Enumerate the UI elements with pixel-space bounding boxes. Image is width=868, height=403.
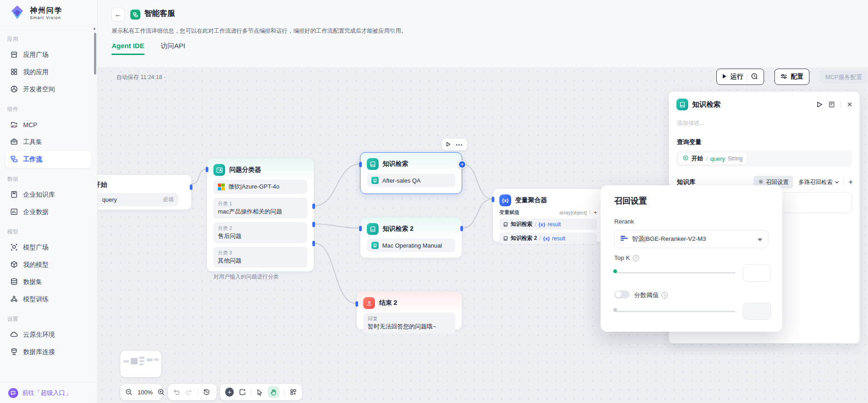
port-classifier-out-3[interactable] — [312, 241, 315, 246]
node-run-icon[interactable] — [446, 140, 451, 149]
panel-run-icon[interactable] — [816, 101, 823, 108]
port-retrieval-2-in[interactable] — [359, 226, 362, 231]
add-knowledge-base-button[interactable]: + — [848, 178, 853, 187]
back-button[interactable]: ← — [111, 8, 125, 21]
sidebar-item-label: 企业知识库 — [23, 191, 55, 199]
history-icon[interactable] — [203, 388, 210, 396]
model-plaza-icon — [10, 243, 18, 253]
node-aggregator-title: 变量聚合器 — [515, 196, 547, 204]
add-node-icon[interactable]: + — [225, 388, 234, 397]
sidebar-footer-super-entry[interactable]: 前往「超级入口」 — [0, 382, 97, 403]
node-classifier[interactable]: 问题分类器 微软|Azure-GPT-4o 分类 1 mac产品操作相关的问题 … — [207, 158, 314, 272]
sidebar-item-cloud-native[interactable]: 云原生环境 — [5, 326, 92, 343]
sidebar-item-model-training[interactable]: 模型训练 — [5, 291, 92, 308]
sidebar-footer-label: 前往「超级入口」 — [22, 389, 71, 397]
port-aggregator-in[interactable] — [492, 197, 494, 202]
topk-slider-track[interactable] — [614, 272, 735, 274]
help-icon[interactable]: ? — [661, 292, 668, 299]
logo-title: 神州问学 — [30, 6, 63, 15]
sidebar-scroll-up-icon[interactable]: ▲ — [93, 26, 96, 30]
sidebar-item-app-plaza[interactable]: 应用广场 — [5, 46, 92, 64]
help-icon[interactable]: ? — [633, 255, 639, 261]
panel-close-icon[interactable]: × — [847, 101, 852, 108]
rerank-label: Rerank — [614, 218, 634, 225]
zoom-out-icon[interactable] — [125, 388, 133, 396]
node-retrieval-2[interactable]: 知识检索 2 Mac Operating Manual — [360, 217, 462, 258]
tab-agent-ide[interactable]: Agent IDE — [112, 42, 144, 55]
pan-hand-icon[interactable] — [268, 386, 279, 398]
section-label-apps: 应用 — [7, 35, 90, 43]
super-entry-icon — [8, 388, 18, 398]
sidebar-item-my-models[interactable]: 我的模型 — [5, 256, 92, 274]
config-button[interactable]: 配置 — [774, 69, 809, 85]
caret-down-icon — [758, 236, 762, 243]
sidebar-scrollbar[interactable] — [94, 33, 96, 75]
sidebar-item-model-plaza[interactable]: 模型广场 — [5, 239, 92, 256]
cursor-icon[interactable] — [256, 389, 263, 396]
sidebar-item-workflow[interactable]: 工作流 — [5, 151, 92, 168]
recall-settings-popup: 召回设置 Rerank 智源|BGE-Reranker-V2-M3 Top K?… — [601, 185, 782, 332]
node-aggregator[interactable]: {x} 变量聚合器 变量赋值 array[object] + 知识检索/ {x}… — [493, 189, 604, 242]
sidebar-item-developer-space[interactable]: 开发者空间 — [5, 81, 92, 98]
topk-slider-handle[interactable] — [613, 269, 617, 273]
zoom-in-icon[interactable] — [158, 388, 165, 396]
port-retrieval-1-in[interactable] — [359, 162, 362, 167]
chevron-down-icon — [835, 181, 839, 184]
node-start[interactable]: 开始 query 必填 — [98, 174, 192, 210]
tab-bar: Agent IDE 访问API — [112, 42, 185, 55]
toolbox-icon — [10, 138, 18, 147]
chip-var-name: query — [710, 155, 725, 162]
sidebar-item-label: 云原生环境 — [23, 331, 55, 339]
port-retrieval-2-out[interactable] — [460, 226, 463, 231]
sidebar-item-db-connection[interactable]: 数据库连接 — [5, 343, 92, 361]
chip-var-type: String — [728, 155, 743, 162]
sidebar-item-datasets[interactable]: 数据集 — [5, 274, 92, 291]
sidebar-item-mcp[interactable]: MCP MCP — [5, 116, 92, 134]
aggregator-assign-label: 变量赋值 — [499, 209, 519, 216]
port-classifier-out-2[interactable] — [312, 222, 315, 227]
add-next-node-button[interactable]: + — [458, 160, 466, 169]
undo-icon[interactable] — [173, 388, 180, 396]
redo-icon[interactable] — [185, 388, 192, 396]
logo-diamond-icon — [9, 4, 25, 22]
node-end-2[interactable]: 结束 2 回复 暂时无法回答您的问题哦~ — [356, 291, 462, 330]
rerank-model-dropdown[interactable]: 智源|BGE-Reranker-V2-M3 — [614, 230, 769, 248]
port-classifier-in[interactable] — [206, 167, 208, 172]
tab-api[interactable]: 访问API — [161, 42, 185, 55]
sidebar-item-enterprise-data[interactable]: 企业数据 — [5, 204, 92, 221]
score-threshold-toggle[interactable] — [614, 290, 630, 299]
topk-label: Top K? — [614, 254, 639, 261]
panel-note-icon[interactable] — [829, 101, 835, 108]
classifier-category-3: 分类 3 其他问题 — [213, 247, 307, 268]
sidebar-item-label: 模型广场 — [23, 244, 49, 252]
aggregator-add-icon[interactable]: + — [593, 209, 597, 216]
node-retrieval-1[interactable]: 知识检索 After-sales QA + — [360, 152, 462, 194]
mcp-config-button[interactable]: MCP服务配置 — [820, 70, 868, 84]
query-variable-row[interactable]: 开始 / query String — [676, 150, 852, 167]
port-end-2-in[interactable] — [355, 301, 358, 307]
annotation-icon[interactable] — [239, 388, 246, 396]
port-classifier-out-1[interactable] — [312, 204, 315, 209]
run-label: 运行 — [730, 73, 743, 81]
start-field-required: 必填 — [163, 196, 174, 204]
node-more-icon[interactable]: ⋯ — [455, 140, 463, 149]
sidebar-item-knowledge-base[interactable]: 企业知识库 — [5, 186, 92, 204]
topk-input[interactable] — [743, 264, 771, 282]
auto-layout-icon[interactable] — [290, 388, 297, 396]
retrieval-mode-dropdown[interactable]: 多路召回检索 — [799, 179, 839, 186]
apps-grid-icon — [10, 68, 18, 77]
schedule-clock-icon[interactable] — [751, 73, 758, 81]
run-button[interactable]: 运行 — [716, 69, 764, 85]
sidebar-item-label: 我的应用 — [23, 68, 49, 76]
sidebar-item-toolbox[interactable]: 工具集 — [5, 134, 92, 151]
panel-description-placeholder[interactable]: 添加描述... — [669, 110, 859, 127]
zoom-toolbar: 100% — [120, 384, 162, 400]
minimap[interactable] — [120, 351, 161, 377]
node-hover-toolbar: ⋯ — [442, 139, 467, 150]
port-start-out[interactable] — [190, 184, 192, 190]
training-icon — [10, 295, 18, 304]
kb-mini-icon — [371, 242, 379, 249]
autosave-status: 自动保存 11:24:18 · — [116, 74, 166, 81]
classifier-model: 微软|Azure-GPT-4o — [228, 183, 279, 191]
sidebar-item-my-apps[interactable]: 我的应用 — [5, 64, 92, 81]
